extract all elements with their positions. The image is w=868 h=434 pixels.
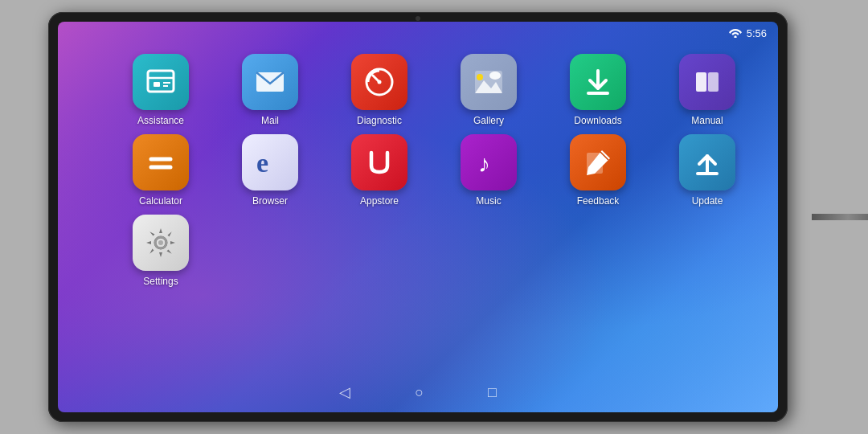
nav-bar: ◁ ○ □ <box>58 372 778 412</box>
nav-back-button[interactable]: ◁ <box>339 383 350 401</box>
tablet-body: 5:56 Assistance <box>48 12 788 422</box>
nav-home-button[interactable]: ○ <box>415 384 424 401</box>
wifi-icon <box>729 27 742 40</box>
app-label-mail: Mail <box>261 115 279 126</box>
svg-point-9 <box>378 80 382 84</box>
app-item-calculator[interactable]: Calculator <box>106 134 215 207</box>
app-icon-downloads <box>570 54 626 110</box>
app-item-diagnostic[interactable]: Diagnostic <box>325 54 434 126</box>
app-icon-mail <box>242 54 298 110</box>
charging-cable <box>812 214 868 220</box>
svg-rect-1 <box>148 71 174 92</box>
svg-point-28 <box>158 240 163 245</box>
app-label-feedback: Feedback <box>577 195 620 207</box>
app-icon-feedback <box>570 134 626 190</box>
app-item-mail[interactable]: Mail <box>215 54 325 126</box>
app-label-manual: Manual <box>691 115 723 126</box>
app-label-settings: Settings <box>143 276 178 287</box>
time-display: 5:56 <box>747 27 767 39</box>
svg-rect-15 <box>696 72 706 92</box>
app-icon-calculator <box>133 134 189 190</box>
svg-rect-3 <box>154 82 160 87</box>
app-icon-music: ♪ <box>461 134 517 190</box>
app-item-settings[interactable]: Settings <box>106 215 215 287</box>
svg-point-12 <box>489 72 501 80</box>
app-label-assistance: Assistance <box>137 115 184 126</box>
svg-text:♪: ♪ <box>478 150 490 177</box>
screen: 5:56 Assistance <box>58 22 778 412</box>
nav-recents-button[interactable]: □ <box>488 384 497 401</box>
status-bar: 5:56 <box>718 22 778 45</box>
app-label-appstore: Appstore <box>360 195 399 207</box>
camera <box>416 16 420 21</box>
app-icon-update <box>679 134 735 190</box>
app-item-feedback[interactable]: Feedback <box>543 134 653 207</box>
app-label-music: Music <box>476 195 501 207</box>
app-icon-manual <box>679 54 735 110</box>
app-item-gallery[interactable]: Gallery <box>434 54 543 126</box>
svg-point-11 <box>477 74 483 80</box>
app-label-update: Update <box>692 195 723 207</box>
app-item-manual[interactable]: Manual <box>653 54 762 126</box>
svg-text:e: e <box>256 148 268 178</box>
app-icon-diagnostic <box>351 54 407 110</box>
svg-rect-16 <box>708 72 719 92</box>
tablet-wrapper: 5:56 Assistance <box>48 8 820 426</box>
app-icon-appstore <box>351 134 407 190</box>
app-icon-assistance <box>133 54 189 110</box>
svg-point-0 <box>734 35 736 38</box>
app-label-calculator: Calculator <box>139 195 182 207</box>
app-label-downloads: Downloads <box>574 115 621 126</box>
app-icon-browser: e <box>242 134 298 190</box>
app-item-assistance[interactable]: Assistance <box>106 54 215 126</box>
app-icon-settings <box>133 215 189 271</box>
app-label-gallery: Gallery <box>473 115 504 126</box>
app-item-update[interactable]: Update <box>653 134 762 207</box>
app-label-browser: Browser <box>252 195 288 207</box>
app-item-appstore[interactable]: Appstore <box>325 134 434 207</box>
app-item-music[interactable]: ♪ Music <box>434 134 543 207</box>
app-icon-gallery <box>461 54 517 110</box>
app-label-diagnostic: Diagnostic <box>357 115 402 126</box>
apps-grid: Assistance Mail <box>106 46 762 368</box>
app-item-downloads[interactable]: Downloads <box>543 54 653 126</box>
app-item-browser[interactable]: e Browser <box>215 134 325 207</box>
